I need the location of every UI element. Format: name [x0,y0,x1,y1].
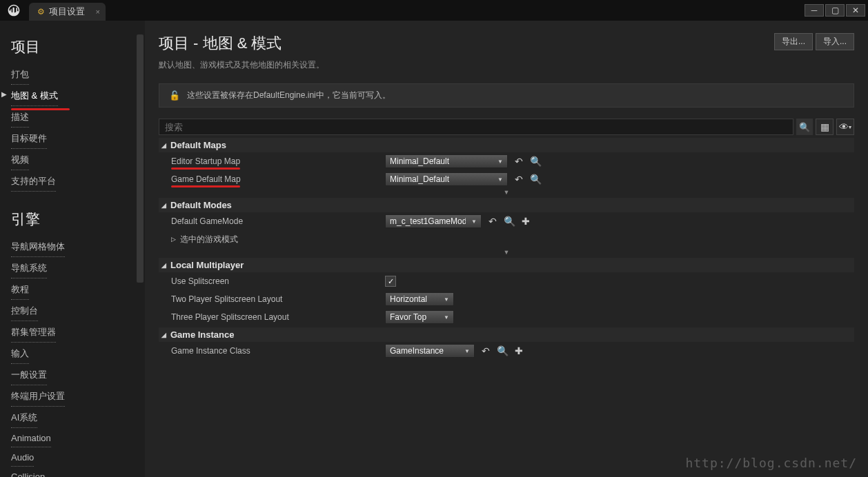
search-input[interactable] [159,119,793,135]
sidebar-item-navsystem[interactable]: 导航系统 [11,258,47,278]
minimize-button[interactable]: ─ [805,4,824,17]
sidebar-item-input[interactable]: 输入 [11,344,29,364]
sidebar-item-target-hardware[interactable]: 目标硬件 [11,129,47,149]
sidebar-section-project: 项目 [11,37,142,57]
editor-startup-map-dropdown[interactable]: Minimal_Default ▼ [385,154,508,168]
category-game-instance[interactable]: ◢ Game Instance [159,327,854,342]
close-button[interactable]: ✕ [846,4,865,17]
expand-advanced-button[interactable]: ▼ [159,188,854,196]
unlock-icon: 🔓 [169,90,180,101]
browse-icon[interactable]: 🔍 [504,216,515,227]
category-label: Game Instance [170,329,235,340]
add-icon[interactable]: ✚ [520,216,531,227]
page-title: 项目 - 地图 & 模式 [159,33,324,54]
two-player-layout-dropdown[interactable]: Horizontal ▼ [385,292,454,306]
maximize-button[interactable]: ▢ [825,4,845,17]
category-label: Local Multiplayer [170,260,244,270]
browse-icon[interactable]: 🔍 [530,174,541,185]
category-default-maps[interactable]: ◢ Default Maps [159,138,854,152]
sidebar-item-supported-platforms[interactable]: 支持的平台 [11,172,56,192]
prop-editor-startup-map-label: Editor Startup Map [171,156,385,166]
reset-icon[interactable]: ↶ [513,174,524,185]
sidebar-item-package[interactable]: 打包 [11,65,29,85]
tab-title: 项目设置 [49,6,85,18]
chevron-down-icon: ▼ [497,159,503,165]
prop-use-splitscreen-label: Use Splitscreen [171,276,385,286]
tab-close-icon[interactable]: × [96,8,100,16]
selected-marker-icon: ▶ [1,90,7,98]
reset-icon[interactable]: ↶ [480,345,491,356]
three-player-layout-dropdown[interactable]: Favor Top ▼ [385,310,454,324]
category-label: Default Maps [170,140,226,150]
category-local-multiplayer[interactable]: ◢ Local Multiplayer [159,258,854,272]
default-gamemode-dropdown[interactable]: m_c_test1GameMode ▼ [385,214,482,228]
category-label: Default Modes [170,200,232,210]
sidebar-item-ai[interactable]: AI系统 [11,408,37,428]
add-icon[interactable]: ✚ [513,345,524,356]
prop-game-instance-class-label: Game Instance Class [171,346,385,356]
prop-game-default-map-label: Game Default Map [171,174,385,184]
browse-icon[interactable]: 🔍 [530,156,541,167]
caret-down-icon: ◢ [161,142,166,149]
page-subtitle: 默认地图、游戏模式及其他地图的相关设置。 [159,59,324,71]
expand-advanced-button[interactable]: ▼ [159,248,854,256]
sidebar-item-cluster[interactable]: 群集管理器 [11,323,56,343]
sidebar-item-video[interactable]: 视频 [11,150,29,170]
sidebar-item-console[interactable]: 控制台 [11,301,38,321]
sidebar: 项目 打包 ▶ 地图 & 模式 描述 目标硬件 视频 支持的平台 引擎 导航网格… [0,21,145,477]
game-default-map-dropdown[interactable]: Minimal_Default ▼ [385,172,508,186]
game-instance-class-dropdown[interactable]: GameInstance ▼ [385,344,475,358]
sidebar-item-tutorials[interactable]: 教程 [11,280,29,300]
sidebar-item-navmesh[interactable]: 导航网格物体 [11,237,65,257]
chevron-down-icon: ▼ [444,314,449,321]
reset-icon[interactable]: ↶ [487,216,498,227]
caret-down-icon: ◢ [161,202,166,209]
reset-icon[interactable]: ↶ [513,156,524,167]
sidebar-item-enduser[interactable]: 终端用户设置 [11,387,65,407]
sidebar-item-general[interactable]: 一般设置 [11,365,47,385]
info-text: 这些设置被保存在DefaultEngine.ini中，它当前可写入。 [187,90,391,101]
watermark: http://blog.csdn.net/ [685,456,857,470]
view-grid-button[interactable]: ▦ [816,119,834,135]
category-default-modes[interactable]: ◢ Default Modes [159,198,854,212]
prop-three-player-layout-label: Three Player Splitscreen Layout [171,312,385,322]
prop-two-player-layout-label: Two Player Splitscreen Layout [171,294,385,304]
chevron-down-icon: ▼ [497,176,503,183]
caret-down-icon: ◢ [161,262,166,269]
export-button[interactable]: 导出... [774,33,813,50]
sidebar-item-description[interactable]: 描述 [11,108,29,128]
sidebar-item-maps-modes[interactable]: 地图 & 模式 [11,86,58,106]
info-bar: 🔓 这些设置被保存在DefaultEngine.ini中，它当前可写入。 [159,83,854,108]
sidebar-item-audio[interactable]: Audio [11,449,34,467]
titlebar: ⚙ 项目设置 × ─ ▢ ✕ [0,0,868,21]
content-panel: 项目 - 地图 & 模式 默认地图、游戏模式及其他地图的相关设置。 导出... … [145,21,868,477]
chevron-down-icon: ▼ [444,296,449,303]
ue-logo [6,2,22,19]
gear-icon: ⚙ [37,7,45,17]
sidebar-item-animation[interactable]: Animation [11,429,51,447]
import-button[interactable]: 导入... [816,33,854,50]
view-eye-button[interactable]: 👁▾ [836,119,854,135]
prop-selected-gamemode[interactable]: ▷ 选中的游戏模式 [171,234,385,245]
chevron-down-icon: ▼ [471,219,477,225]
use-splitscreen-checkbox[interactable]: ✓ [385,276,396,287]
chevron-down-icon: ▼ [464,348,470,354]
sidebar-item-collision[interactable]: Collision [11,468,45,477]
search-icon[interactable]: 🔍 [796,119,813,135]
browse-icon[interactable]: 🔍 [497,345,508,356]
sidebar-section-engine: 引擎 [11,210,142,229]
caret-right-icon: ▷ [171,236,176,243]
caret-down-icon: ◢ [161,332,166,338]
tab-project-settings[interactable]: ⚙ 项目设置 × [29,3,106,21]
prop-default-gamemode-label: Default GameMode [171,216,385,226]
